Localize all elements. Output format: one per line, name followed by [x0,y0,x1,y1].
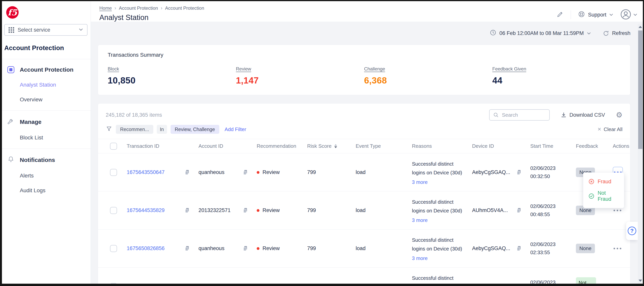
scroll-up-icon[interactable] [638,26,642,28]
row-actions-button[interactable] [613,248,622,249]
select-all-checkbox[interactable] [110,143,117,150]
copy-icon[interactable] [184,245,190,252]
copy-icon[interactable] [184,169,190,176]
row-checkbox[interactable] [110,283,117,286]
filter-operator-chip[interactable]: In [157,125,167,134]
metric-label[interactable]: Challenge [364,66,385,72]
nav-notifications[interactable]: Notifications [2,156,90,164]
table-row: 1675699152848 22696685211 Review 799 loa… [98,267,630,286]
search-icon [493,112,499,118]
more-reasons-link[interactable]: 3 more [412,179,428,185]
close-icon: ✕ [598,127,601,132]
clear-all-button[interactable]: ✕ Clear All [598,126,622,132]
help-button[interactable]: ? [626,222,638,240]
clock-icon [490,29,496,37]
event-type: load [356,283,366,286]
device-id: Afn9NuZ/AQA... [472,283,510,286]
metric-label[interactable]: Block [108,66,119,72]
col-actions: Actions [607,143,623,149]
vertical-scrollbar[interactable] [638,24,643,284]
row-checkbox[interactable] [110,207,117,214]
copy-icon[interactable] [184,207,190,214]
support-menu[interactable]: Support [578,11,613,19]
copy-icon[interactable] [516,245,522,252]
more-reasons-link[interactable]: 3 more [412,255,428,261]
date-range-value[interactable]: 06 Feb 12:00AM to 08 Mar 11:59PM [500,30,584,36]
row-checkbox[interactable] [110,245,117,252]
filter-row: Recommen... In Review, Challenge Add Fil… [106,125,622,134]
apps-grid-icon [8,27,14,33]
nav-manage[interactable]: Manage [2,118,90,126]
pencil-icon[interactable] [556,11,564,19]
top-header: Home › Account Protection › Account Prot… [91,1,643,22]
avatar-icon [620,9,631,21]
metric-label[interactable]: Review [236,66,251,72]
chevron-down-icon[interactable] [587,32,591,35]
copy-icon[interactable] [516,207,522,214]
filter-value-chip[interactable]: Review, Challenge [170,125,219,134]
col-risk-score-label: Risk Score [307,143,332,149]
user-menu[interactable] [620,9,638,21]
transaction-id-link[interactable]: 1675650826856 [127,245,164,251]
question-mark-icon: ? [628,227,636,235]
transaction-id-link[interactable]: 1675644535829 [127,207,164,213]
table-row: 1675650826856 quanheous Review 799 load … [98,229,630,267]
col-account-id: Account ID [193,143,251,149]
copy-icon[interactable] [242,207,248,214]
nav-group-account-protection: Account Protection Analyst Station Overv… [2,59,90,111]
copy-icon[interactable] [242,169,248,176]
sidebar-item-overview[interactable]: Overview [2,97,90,103]
gear-icon[interactable]: ⚙ [616,111,622,119]
nav-account-protection[interactable]: Account Protection [2,66,90,73]
metric-value: 10,850 [108,75,236,86]
sidebar-item-block-list[interactable]: Block List [2,135,90,141]
col-risk-score[interactable]: Risk Score [302,143,350,149]
account-id: quanheous [198,169,224,175]
reason-text: Successful distinct logins on Device (30… [412,198,467,215]
add-filter-button[interactable]: Add Filter [225,126,246,132]
breadcrumb-home[interactable]: Home [99,6,112,11]
copy-icon[interactable] [184,283,190,286]
menu-item-fraud[interactable]: Fraud [583,176,624,187]
nav-group-label: Manage [20,119,42,125]
account-id: 22696685211 [198,283,230,286]
bell-icon [7,156,14,164]
refresh-button[interactable]: Refresh [603,30,630,37]
sidebar-item-alerts[interactable]: Alerts [2,173,90,179]
select-service-label: Select service [18,27,50,33]
menu-item-label: Not Fraud [598,190,619,202]
recommendation: Review [262,245,280,251]
copy-icon[interactable] [516,283,522,286]
download-csv-button[interactable]: Download CSV [560,112,605,118]
copy-icon[interactable] [242,283,248,286]
row-checkbox[interactable] [110,169,117,176]
transaction-id-link[interactable]: 1675699152848 [127,283,164,286]
download-icon [560,112,567,118]
filter-field-chip[interactable]: Recommen... [116,125,153,134]
sidebar-item-audit-logs[interactable]: Audit Logs [2,187,90,194]
metric-label[interactable]: Feedback Given [492,66,526,72]
transaction-id-link[interactable]: 1675643550647 [127,169,164,175]
start-date: 02/06/2023 [530,279,556,286]
sidebar-item-analyst-station[interactable]: Analyst Station [2,82,90,88]
sidebar: f5 Select service Account Protection Acc… [2,1,91,284]
reason-text: Successful distinct logins on Device (30… [412,236,467,253]
scrollbar-thumb[interactable] [638,31,642,149]
sidebar-section-title: Account Protection [4,44,90,52]
row-actions-button[interactable] [613,210,622,211]
lifebuoy-icon [578,11,585,19]
menu-item-not-fraud[interactable]: Not Fraud [583,187,624,205]
col-reasons: Reasons [406,143,467,149]
event-type: load [356,245,366,251]
more-reasons-link[interactable]: 3 more [412,217,428,223]
scroll-down-icon[interactable] [638,279,642,282]
copy-icon[interactable] [516,169,522,176]
select-service-dropdown[interactable]: Select service [4,24,88,36]
copy-icon[interactable] [242,245,248,252]
circle-x-icon [588,178,594,185]
start-date: 02/06/2023 [530,165,556,172]
breadcrumb-level1[interactable]: Account Protection [119,6,158,11]
review-status-dot [257,285,260,286]
sort-icon[interactable] [334,144,337,148]
search-input[interactable] [502,112,546,118]
